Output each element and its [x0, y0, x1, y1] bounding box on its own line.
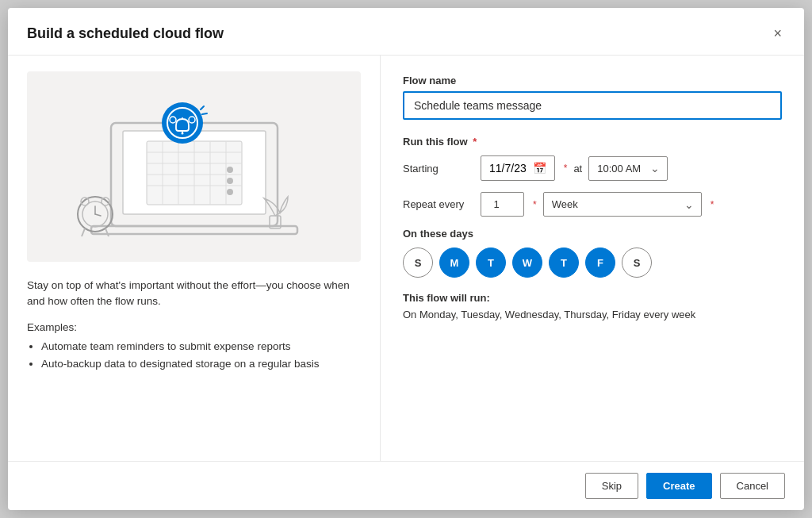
repeat-every-label: Repeat every — [403, 198, 474, 210]
flow-will-run-label: This flow will run: — [403, 292, 782, 304]
day-button-sun[interactable]: S — [403, 247, 433, 278]
day-button-sat[interactable]: S — [622, 247, 652, 278]
time-select-wrapper: 10:00 AM 10:30 AM 11:00 AM — [588, 156, 668, 181]
repeat-num-input[interactable] — [481, 192, 524, 217]
day-button-tue[interactable]: T — [476, 247, 506, 278]
examples-label: Examples: — [27, 321, 361, 333]
svg-point-29 — [181, 132, 183, 135]
dialog-footer: Skip Create Cancel — [8, 461, 804, 510]
create-button[interactable]: Create — [646, 473, 711, 499]
svg-line-20 — [82, 228, 85, 236]
days-row: S M T W T F S — [403, 247, 782, 278]
illustration — [27, 71, 361, 262]
description-text: Stay on top of what's important without … — [27, 278, 361, 310]
date-value: 11/7/23 — [489, 162, 527, 175]
svg-point-13 — [227, 178, 233, 184]
close-button[interactable]: × — [770, 22, 785, 45]
date-required-star: * — [564, 163, 568, 174]
repeat-unit-select[interactable]: Week Minute Hour Day Month — [543, 192, 702, 217]
day-button-thu[interactable]: T — [549, 247, 579, 278]
repeat-every-row: Repeat every * Week Minute Hour Day Mont… — [403, 192, 782, 217]
run-flow-label: Run this flow * — [403, 136, 782, 148]
time-select[interactable]: 10:00 AM 10:30 AM 11:00 AM — [588, 156, 668, 181]
at-label: at — [573, 163, 582, 175]
svg-line-19 — [95, 214, 101, 216]
skip-button[interactable]: Skip — [585, 473, 638, 499]
close-icon: × — [773, 25, 782, 42]
starting-row: Starting 11/7/23 📅 * at 10:00 AM 10:30 A… — [403, 155, 782, 181]
bullet-item-2: Auto-backup data to designated storage o… — [41, 355, 361, 374]
dialog-header: Build a scheduled cloud flow × — [8, 8, 804, 56]
svg-rect-15 — [91, 226, 297, 234]
repeat-unit-required: * — [710, 199, 714, 210]
svg-point-14 — [227, 189, 233, 195]
day-button-mon[interactable]: M — [439, 247, 469, 278]
flow-will-run-text: On Monday, Tuesday, Wednesday, Thursday,… — [403, 309, 782, 320]
repeat-unit-select-wrapper: Week Minute Hour Day Month — [543, 192, 702, 217]
flow-name-input[interactable] — [403, 91, 782, 120]
dialog-title: Build a scheduled cloud flow — [27, 25, 224, 42]
dialog: Build a scheduled cloud flow × — [8, 8, 804, 510]
date-field[interactable]: 11/7/23 📅 — [481, 155, 555, 181]
bullet-item-1: Automate team reminders to submit expens… — [41, 338, 361, 356]
svg-line-34 — [202, 113, 207, 114]
dialog-body: Stay on top of what's important without … — [8, 56, 804, 461]
run-flow-required: * — [470, 136, 477, 148]
repeat-num-required: * — [533, 199, 537, 210]
svg-line-33 — [201, 106, 204, 109]
day-button-wed[interactable]: W — [512, 247, 542, 278]
svg-line-21 — [105, 228, 109, 236]
calendar-icon: 📅 — [533, 162, 546, 175]
right-panel: Flow name Run this flow * Starting 11/7/… — [381, 56, 804, 461]
illustration-svg — [67, 87, 321, 246]
cancel-button[interactable]: Cancel — [720, 473, 785, 499]
left-panel: Stay on top of what's important without … — [8, 56, 381, 461]
bullet-list: Automate team reminders to submit expens… — [27, 338, 361, 374]
day-button-fri[interactable]: F — [585, 247, 615, 278]
svg-point-12 — [227, 167, 233, 173]
flow-name-label: Flow name — [403, 75, 782, 86]
starting-label: Starting — [403, 163, 474, 175]
on-these-days-label: On these days — [403, 228, 782, 240]
